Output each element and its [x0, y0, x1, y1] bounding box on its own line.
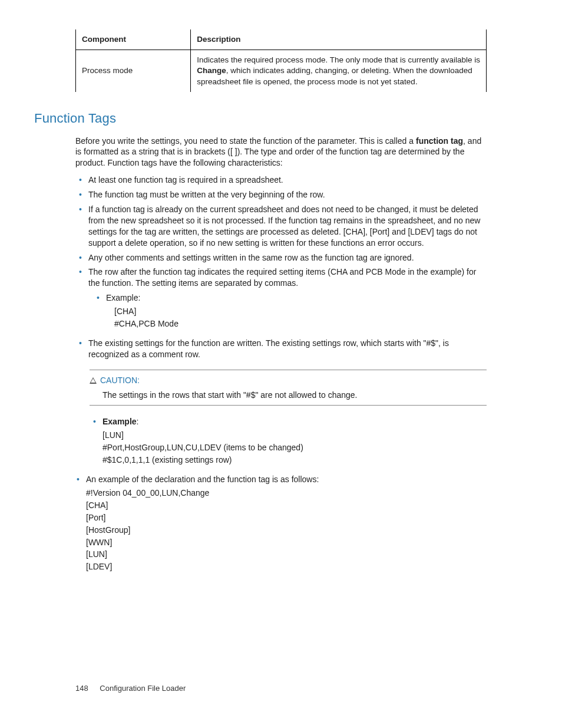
example-line: #$1C,0,1,1,1 (existing settings row) — [103, 454, 487, 466]
list-item: If a function tag is already on the curr… — [88, 204, 487, 249]
example-line: [CHA] — [114, 306, 487, 317]
component-table: Component Description Process mode Indic… — [75, 29, 487, 92]
intro-paragraph: Before you write the settings, you need … — [75, 136, 487, 169]
declaration-list: An example of the declaration and the fu… — [75, 474, 487, 572]
bullet-list-1: At least one function tag is required in… — [75, 174, 487, 330]
decl-line: [Port] — [86, 512, 487, 523]
decl-line: [WWN] — [86, 537, 487, 548]
example-list-2: Example: [LUN] #Port,HostGroup,LUN,CU,LD… — [103, 416, 487, 466]
table-cell-component: Process mode — [76, 50, 191, 92]
example-line: [LUN] — [103, 430, 487, 441]
list-item: An example of the declaration and the fu… — [75, 474, 487, 572]
decl-line: #!Version 04_00_00,LUN,Change — [86, 487, 487, 499]
page-number: 148 — [75, 684, 88, 693]
list-item: Any other comments and settings written … — [88, 252, 487, 263]
table-header-row: Component Description — [76, 29, 487, 50]
example2-label: Example — [103, 417, 137, 426]
list-item: The row after the function tag indicates… — [88, 266, 487, 329]
desc-bold: Change — [197, 66, 226, 75]
example2-lines: [LUN] #Port,HostGroup,LUN,CU,LDEV (items… — [103, 430, 487, 466]
section-heading-function-tags: Function Tags — [34, 110, 487, 127]
caution-triangle-icon — [90, 377, 97, 384]
desc-pre: Indicates the required process mode. The… — [197, 55, 480, 64]
list-item: The function tag must be written at the … — [88, 189, 487, 200]
sub-list-item: Example: [CHA] #CHA,PCB Mode — [106, 292, 487, 330]
table-row: Process mode Indicates the required proc… — [76, 50, 487, 92]
caution-label: CAUTION: — [100, 375, 140, 385]
intro-pre: Before you write the settings, you need … — [75, 136, 416, 146]
list-item-text: The row after the function tag indicates… — [88, 267, 476, 288]
intro-bold: function tag — [416, 136, 463, 146]
example2-colon: : — [137, 417, 139, 426]
decl-line: [HostGroup] — [86, 525, 487, 536]
table-header-component: Component — [76, 29, 191, 50]
example-lines: [CHA] #CHA,PCB Mode — [114, 306, 487, 330]
example-line: #CHA,PCB Mode — [114, 318, 487, 330]
caution-body: The settings in the rows that start with… — [103, 390, 487, 401]
caution-box: CAUTION: The settings in the rows that s… — [90, 370, 487, 406]
decl-lines: #!Version 04_00_00,LUN,Change [CHA] [Por… — [86, 487, 487, 572]
decl-intro: An example of the declaration and the fu… — [86, 475, 319, 484]
decl-line: [LDEV] — [86, 561, 487, 572]
desc-post: , which indicates adding, changing, or d… — [197, 66, 472, 85]
list-item: At least one function tag is required in… — [88, 174, 487, 186]
footer-title: Configuration File Loader — [100, 684, 186, 693]
decl-line: [LUN] — [86, 549, 487, 560]
bullet-list-2: The existing settings for the function a… — [75, 338, 487, 360]
example-line: #Port,HostGroup,LUN,CU,LDEV (items to be… — [103, 442, 487, 453]
decl-line: [CHA] — [86, 500, 487, 511]
caution-header: CAUTION: — [90, 375, 487, 386]
sub-bullet-list: Example: [CHA] #CHA,PCB Mode — [106, 292, 487, 330]
list-item: Example: [LUN] #Port,HostGroup,LUN,CU,LD… — [103, 416, 487, 466]
page-footer: 148 Configuration File Loader — [75, 683, 186, 694]
table-header-description: Description — [191, 29, 487, 50]
table-cell-description: Indicates the required process mode. The… — [191, 50, 487, 92]
list-item: The existing settings for the function a… — [88, 338, 487, 360]
example-label: Example: — [106, 293, 140, 302]
